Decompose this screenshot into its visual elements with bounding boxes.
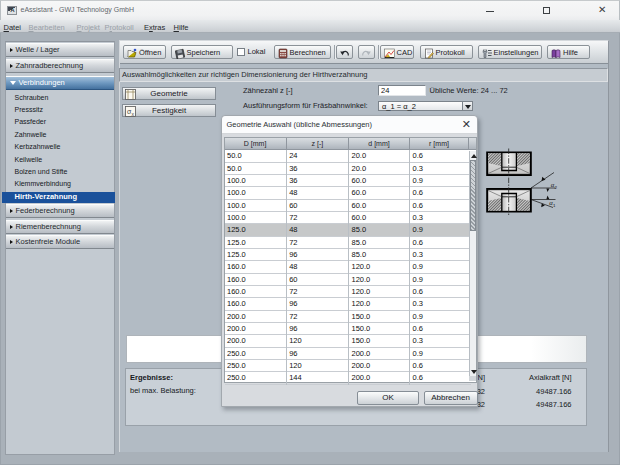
- svg-text:2: 2: [555, 185, 558, 190]
- svg-text:1: 1: [553, 203, 556, 208]
